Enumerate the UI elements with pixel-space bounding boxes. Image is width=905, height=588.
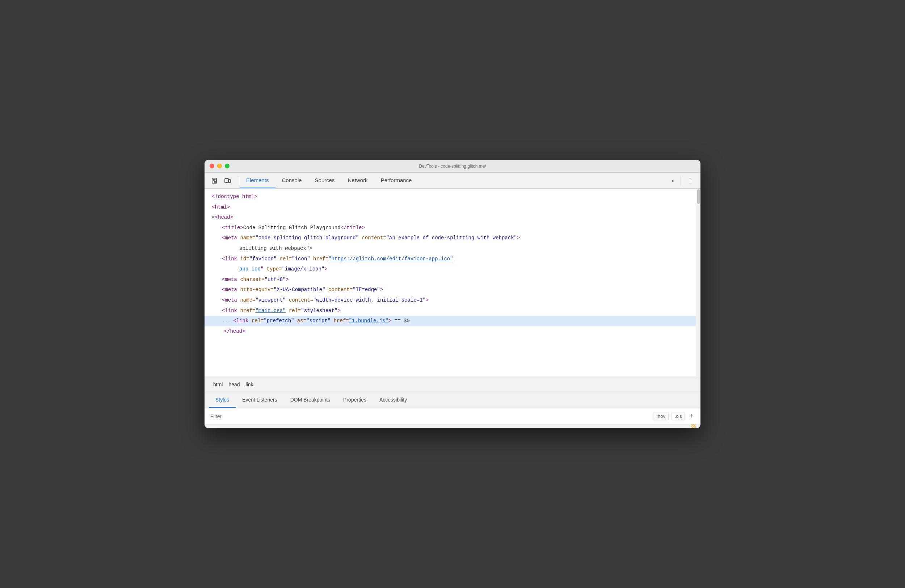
element-line-meta-charset: <meta charset="utf-8"> [205, 275, 696, 285]
window-title: DevTools - code-splitting.glitch.me/ [419, 164, 486, 169]
filter-right: :hov .cls + [653, 412, 695, 421]
element-line-meta-compat: <meta http-equiv="X-UA-Compatible" conte… [205, 284, 696, 295]
bottom-scrollbar-thumb [691, 424, 696, 428]
element-line-title: <title>Code Splitting Glitch Playground<… [205, 222, 696, 233]
element-line-meta1-cont: splitting with webpack"> [205, 243, 696, 254]
devtools-toolbar: Elements Console Sources Network Perform… [205, 173, 700, 189]
element-line-head-close: </head> [205, 326, 696, 337]
minimize-button[interactable] [217, 164, 222, 168]
toolbar-separator [238, 176, 238, 185]
element-line-meta-viewport: <meta name="viewport" content="width=dev… [205, 295, 696, 305]
elements-wrapper: <!doctype html> <html> ▼<head> <title>Co… [205, 189, 700, 377]
bottom-scrollbar [205, 424, 700, 428]
tab-network[interactable]: Network [341, 173, 374, 188]
add-style-button[interactable]: + [688, 412, 695, 421]
element-line-link-bundle[interactable]: ...<link rel="prefetch" as="script" href… [205, 316, 696, 326]
title-bar: DevTools - code-splitting.glitch.me/ [205, 160, 700, 173]
svg-rect-1 [225, 178, 229, 183]
breadcrumb-link[interactable]: link [243, 381, 256, 388]
element-line-link-favicon: <link id="favicon" rel="icon" href="http… [205, 254, 696, 264]
element-line-head: ▼<head> [205, 212, 696, 222]
toolbar-right-separator [681, 176, 681, 186]
tab-accessibility[interactable]: Accessibility [373, 392, 413, 408]
inspect-element-button[interactable] [209, 175, 221, 186]
ellipsis-indicator: ... [222, 317, 230, 326]
svg-rect-2 [229, 180, 230, 183]
tab-performance[interactable]: Performance [374, 173, 419, 188]
element-line-doctype: <!doctype html> [205, 192, 696, 202]
tab-elements[interactable]: Elements [240, 173, 275, 188]
devtools-window: DevTools - code-splitting.glitch.me/ [205, 160, 700, 428]
element-line-link-css: <link href="main.css" rel="stylesheet"> [205, 305, 696, 316]
triangle-icon[interactable]: ▼ [212, 214, 214, 222]
devtools-menu-button[interactable]: ⋮ [684, 175, 696, 186]
element-line-link-favicon-cont: app.ico" type="image/x-icon"> [205, 264, 696, 275]
toolbar-icons [206, 173, 237, 188]
tab-event-listeners[interactable]: Event Listeners [236, 392, 284, 408]
tab-styles[interactable]: Styles [209, 392, 236, 408]
tab-properties[interactable]: Properties [337, 392, 373, 408]
hov-button[interactable]: :hov [653, 412, 668, 420]
devtools-tabs: Elements Console Sources Network Perform… [240, 173, 666, 188]
breadcrumb-html[interactable]: html [210, 381, 225, 388]
maximize-button[interactable] [225, 164, 230, 168]
element-line-meta1: <meta name="code splitting glitch playgr… [205, 233, 696, 243]
tab-dom-breakpoints[interactable]: DOM Breakpoints [284, 392, 337, 408]
filter-input[interactable] [210, 413, 649, 419]
elements-code-view[interactable]: <!doctype html> <html> ▼<head> <title>Co… [205, 189, 696, 377]
toolbar-right: » ⋮ [666, 173, 699, 188]
tab-sources[interactable]: Sources [308, 173, 341, 188]
more-tabs-button[interactable]: » [668, 176, 678, 185]
close-button[interactable] [210, 164, 214, 168]
elements-panel: <!doctype html> <html> ▼<head> <title>Co… [205, 189, 696, 377]
elements-scrollbar[interactable] [696, 189, 700, 205]
breadcrumb-bar: html head link [205, 377, 700, 392]
main-content: <!doctype html> <html> ▼<head> <title>Co… [205, 189, 700, 428]
element-line-html: <html> [205, 202, 696, 213]
traffic-lights [210, 164, 230, 168]
cls-button[interactable]: .cls [672, 412, 685, 420]
tab-console[interactable]: Console [275, 173, 308, 188]
filter-bar: :hov .cls + [205, 408, 700, 424]
bottom-panel-tabs: Styles Event Listeners DOM Breakpoints P… [205, 392, 700, 408]
device-toolbar-button[interactable] [222, 175, 233, 186]
breadcrumb-head[interactable]: head [225, 381, 243, 388]
scrollbar-thumb[interactable] [697, 189, 700, 204]
